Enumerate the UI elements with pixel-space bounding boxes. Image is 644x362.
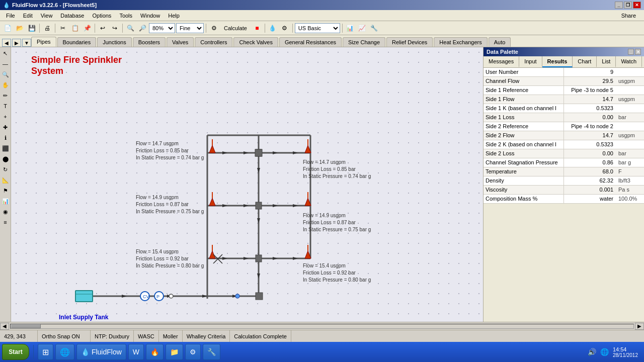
component-tool[interactable]: ⬛ bbox=[1, 143, 11, 153]
close-button[interactable]: ✕ bbox=[633, 2, 641, 9]
calculate-button[interactable]: Calculate bbox=[220, 23, 251, 34]
tab-controllers[interactable]: Controllers bbox=[195, 37, 232, 47]
measure-tool[interactable]: 📐 bbox=[1, 175, 11, 185]
paste-button[interactable]: 📌 bbox=[82, 23, 93, 34]
menu-help[interactable]: Help bbox=[164, 12, 184, 20]
taskbar-btn-file[interactable]: 📁 bbox=[166, 344, 183, 360]
canvas-area[interactable]: Simple Fire Sprinkler System bbox=[11, 47, 483, 322]
tab-size-change[interactable]: Size Change bbox=[343, 37, 385, 47]
node-tool[interactable]: ⬤ bbox=[1, 154, 11, 164]
tray-network[interactable]: 🌐 bbox=[600, 348, 609, 356]
tab-valves[interactable]: Valves bbox=[167, 37, 194, 47]
ortho-status[interactable]: Ortho Snap ON bbox=[38, 330, 91, 342]
share-button[interactable]: Share bbox=[617, 12, 640, 20]
pipe-tool[interactable]: — bbox=[1, 59, 11, 69]
tab-input[interactable]: Input bbox=[519, 56, 542, 67]
new-button[interactable]: 📄 bbox=[2, 23, 13, 34]
tool2[interactable]: 📈 bbox=[357, 23, 368, 34]
data-row-8[interactable]: Side 2 K (based on channel l0.5323 bbox=[484, 140, 644, 149]
extra-tool[interactable]: ◉ bbox=[1, 207, 11, 217]
print-button[interactable]: 🖨 bbox=[42, 23, 53, 34]
text-tool[interactable]: T bbox=[1, 101, 11, 111]
tab-menu[interactable]: ▼ bbox=[22, 39, 31, 47]
fluid-icon[interactable]: 💧 bbox=[267, 23, 278, 34]
menu-file[interactable]: File bbox=[2, 12, 19, 20]
tab-messages[interactable]: Messages bbox=[484, 56, 519, 67]
data-row-3[interactable]: Side 1 Flow14.7usgpm bbox=[484, 95, 644, 104]
tab-nav[interactable]: ◀ ▶ ▼ bbox=[2, 39, 31, 47]
tab-results[interactable]: Results bbox=[542, 56, 573, 67]
restore-button[interactable]: ❐ bbox=[624, 2, 632, 9]
taskbar-btn-fire[interactable]: 🔥 bbox=[146, 344, 164, 360]
tab-boundaries[interactable]: Boundaries bbox=[57, 37, 97, 47]
tab-relief-devices[interactable]: Relief Devices bbox=[386, 37, 433, 47]
scroll-right[interactable]: ▶ bbox=[635, 323, 644, 330]
start-button[interactable]: Start bbox=[2, 344, 29, 360]
units-select[interactable]: US Basic SI bbox=[295, 23, 340, 33]
tab-next[interactable]: ▶ bbox=[12, 39, 21, 47]
tool3[interactable]: 🔧 bbox=[369, 23, 380, 34]
scroll-track[interactable] bbox=[10, 324, 634, 329]
zoom-out-button[interactable]: 🔎 bbox=[137, 23, 148, 34]
chart-tool[interactable]: 📊 bbox=[1, 196, 11, 206]
menu-options[interactable]: Options bbox=[88, 12, 115, 20]
undo-button[interactable]: ↩ bbox=[97, 23, 108, 34]
data-row-5[interactable]: Side 1 Loss0.00bar bbox=[484, 113, 644, 122]
taskbar-btn-wrench[interactable]: 🔧 bbox=[203, 344, 220, 360]
window-controls[interactable]: _ ❐ ✕ bbox=[615, 2, 641, 9]
menu-tools[interactable]: Tools bbox=[115, 12, 136, 20]
minimize-button[interactable]: _ bbox=[615, 2, 623, 9]
flag-tool[interactable]: ⚑ bbox=[1, 186, 11, 196]
data-row-9[interactable]: Side 2 Loss0.00bar bbox=[484, 149, 644, 158]
data-row-14[interactable]: Composition Mass %water100.0% bbox=[484, 195, 644, 204]
more-tool[interactable]: ≡ bbox=[1, 217, 11, 227]
data-row-1[interactable]: Channel Flow29.5usgpm bbox=[484, 77, 644, 86]
menu-window[interactable]: Window bbox=[136, 12, 164, 20]
tab-pipes[interactable]: Pipes bbox=[31, 37, 56, 47]
tab-auto[interactable]: Auto bbox=[489, 37, 511, 47]
tab-junctions[interactable]: Junctions bbox=[97, 37, 131, 47]
detail-select[interactable]: Fine Coarse bbox=[176, 23, 204, 33]
data-row-2[interactable]: Side 1 ReferencePipe -3 to node 5 bbox=[484, 86, 644, 95]
taskbar-btn-gear[interactable]: ⚙ bbox=[185, 344, 201, 360]
settings-icon[interactable]: ⚙ bbox=[279, 23, 290, 34]
data-row-10[interactable]: Channel Stagnation Pressure0.86bar g bbox=[484, 158, 644, 167]
stop-button[interactable]: ■ bbox=[252, 23, 263, 34]
tab-chart[interactable]: Chart bbox=[573, 56, 597, 67]
cross-tool[interactable]: ✚ bbox=[1, 122, 11, 132]
scroll-left[interactable]: ◀ bbox=[0, 323, 9, 330]
tab-boosters[interactable]: Boosters bbox=[133, 37, 166, 47]
zoom-tool[interactable]: 🔍 bbox=[1, 69, 11, 79]
taskbar-btn-1[interactable]: ⊞ bbox=[38, 344, 53, 360]
data-row-13[interactable]: Viscosity0.001Pa s bbox=[484, 186, 644, 195]
draw-tool[interactable]: ✏ bbox=[1, 90, 11, 101]
data-row-12[interactable]: Density62.32lb/ft3 bbox=[484, 176, 644, 186]
tab-list[interactable]: List bbox=[597, 56, 616, 67]
h-scroll[interactable]: ◀ ▶ bbox=[0, 322, 644, 330]
save-button[interactable]: 💾 bbox=[26, 23, 37, 34]
panel-minimize[interactable]: _ bbox=[628, 49, 634, 55]
data-row-4[interactable]: Side 1 K (based on channel l0.5323 bbox=[484, 104, 644, 113]
add-tool[interactable]: + bbox=[1, 112, 11, 122]
tab-check-valves[interactable]: Check Valves bbox=[233, 37, 278, 47]
tab-general-res[interactable]: General Resistances bbox=[279, 37, 342, 47]
info-tool[interactable]: ℹ bbox=[1, 133, 11, 143]
zoom-in-button[interactable]: 🔍 bbox=[125, 23, 136, 34]
scroll-thumb[interactable] bbox=[11, 324, 41, 328]
tab-heat-exchangers[interactable]: Heat Exchangers bbox=[434, 37, 487, 47]
menu-view[interactable]: View bbox=[37, 12, 57, 20]
tool1[interactable]: 📊 bbox=[345, 23, 356, 34]
data-row-0[interactable]: User Number9 bbox=[484, 68, 644, 77]
select-tool[interactable]: ↖ bbox=[1, 48, 11, 58]
menu-database[interactable]: Database bbox=[56, 12, 88, 20]
data-row-7[interactable]: Side 2 Flow14.7usgpm bbox=[484, 131, 644, 140]
copy-button[interactable]: 📋 bbox=[69, 23, 80, 34]
data-row-6[interactable]: Side 2 ReferencePipe -4 to node 2 bbox=[484, 122, 644, 131]
zoom-select[interactable]: 80% 100% 50% bbox=[149, 23, 175, 33]
cut-button[interactable]: ✂ bbox=[57, 23, 68, 34]
taskbar-btn-word[interactable]: W bbox=[128, 344, 144, 360]
data-row-11[interactable]: Temperature68.0F bbox=[484, 167, 644, 176]
menu-edit[interactable]: Edit bbox=[19, 12, 37, 20]
tab-prev[interactable]: ◀ bbox=[2, 39, 11, 47]
pan-tool[interactable]: ✋ bbox=[1, 80, 11, 90]
